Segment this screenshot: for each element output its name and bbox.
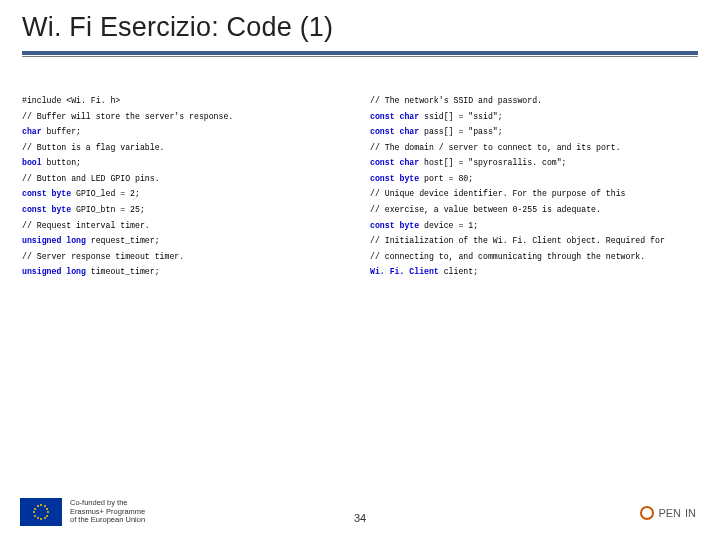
code-text: button; [47,158,81,167]
openin-logo: PEN IN [640,506,696,520]
eu-text: Co-funded by the Erasmus+ Programme of t… [70,499,145,525]
keyword: const char [370,112,424,121]
code-text: #include [22,96,66,105]
code-line: const char pass[] = "pass"; [370,124,698,140]
slide-title: Wi. Fi Esercizio: Code (1) [22,12,698,43]
code-text: client; [444,267,478,276]
code-text: <Wi. Fi. h> [66,96,120,105]
code-text: host[] = "spyrosrallis. com"; [424,158,567,167]
slide: Wi. Fi Esercizio: Code (1) #include <Wi.… [0,0,720,540]
keyword: const byte [22,205,76,214]
eu-line: of the European Union [70,516,145,525]
code-line: #include <Wi. Fi. h> [22,93,350,109]
code-line: // Button and LED GPIO pins. [22,171,350,187]
logo-circle-icon [640,506,654,520]
code-line: unsigned long timeout_timer; [22,264,350,280]
code-line: // Button is a flag variable. [22,140,350,156]
code-line: // Initialization of the Wi. Fi. Client … [370,233,698,249]
keyword: const char [370,158,424,167]
code-line: const byte port = 80; [370,171,698,187]
footer: Co-funded by the Erasmus+ Programme of t… [0,478,720,526]
code-line: const char host[] = "spyrosrallis. com"; [370,155,698,171]
code-line: unsigned long request_timer; [22,233,350,249]
keyword: const byte [370,221,424,230]
code-right: // The network's SSID and password. cons… [370,93,698,280]
code-line: // The network's SSID and password. [370,93,698,109]
keyword: unsigned long [22,236,91,245]
page-number: 34 [354,512,366,524]
keyword: bool [22,158,47,167]
code-line: const char ssid[] = "ssid"; [370,109,698,125]
code-text: ssid[] = "ssid"; [424,112,503,121]
keyword: Wi. Fi. Client [370,267,444,276]
code-text: GPIO_led = 2; [76,189,140,198]
keyword: const byte [370,174,424,183]
code-text: timeout_timer; [91,267,160,276]
code-text: device = 1; [424,221,478,230]
code-text: pass[] = "pass"; [424,127,503,136]
keyword: const char [370,127,424,136]
code-line: // Buffer will store the server's respon… [22,109,350,125]
code-line: // Request interval timer. [22,218,350,234]
code-line: // exercise, a value between 0-255 is ad… [370,202,698,218]
code-text: buffer; [47,127,81,136]
code-line: const byte GPIO_btn = 25; [22,202,350,218]
title-rule [22,51,698,55]
eu-flag-icon [20,498,62,526]
code-line: const byte GPIO_led = 2; [22,186,350,202]
keyword: char [22,127,47,136]
code-line: // Server response timeout timer. [22,249,350,265]
code-line: bool button; [22,155,350,171]
code-text: port = 80; [424,174,473,183]
logo-text: PEN [658,507,681,519]
eu-stars-icon [32,503,50,521]
eu-badge: Co-funded by the Erasmus+ Programme of t… [20,498,145,526]
code-text: request_timer; [91,236,160,245]
code-line: Wi. Fi. Client client; [370,264,698,280]
code-text: GPIO_btn = 25; [76,205,145,214]
logo-text: IN [685,507,696,519]
code-line: // Unique device identifier. For the pur… [370,186,698,202]
keyword: unsigned long [22,267,91,276]
title-area: Wi. Fi Esercizio: Code (1) [0,0,720,49]
content: #include <Wi. Fi. h> // Buffer will stor… [0,57,720,280]
code-line: char buffer; [22,124,350,140]
code-left: #include <Wi. Fi. h> // Buffer will stor… [22,93,350,280]
code-line: // connecting to, and communicating thro… [370,249,698,265]
code-line: // The domain / server to connect to, an… [370,140,698,156]
code-line: const byte device = 1; [370,218,698,234]
keyword: const byte [22,189,76,198]
